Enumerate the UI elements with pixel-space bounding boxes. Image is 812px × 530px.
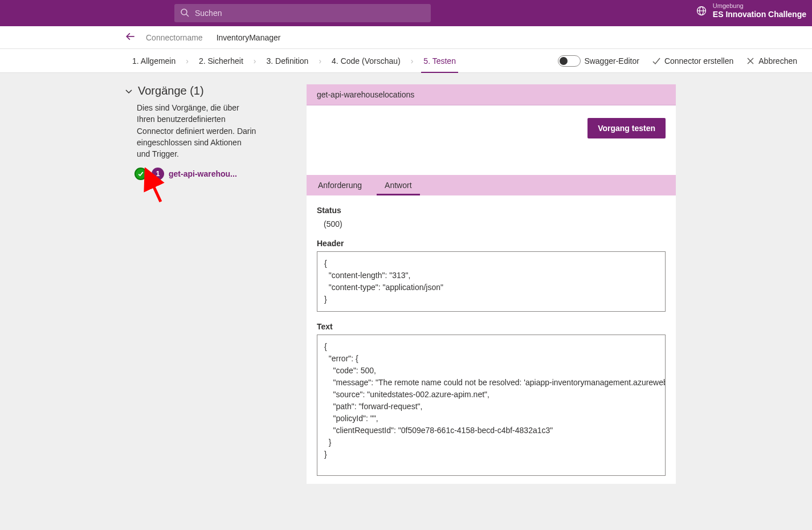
toolbar-right: Swagger-Editor Connector erstellen Abbre… [558, 55, 812, 67]
request-response-tabs: Anforderung Antwort [307, 175, 676, 195]
operations-header[interactable]: Vorgänge (1) [124, 84, 307, 97]
main-content: Vorgänge (1) Dies sind Vorgänge, die übe… [0, 73, 812, 507]
operations-title: Vorgänge (1) [138, 84, 204, 97]
breadcrumb-label: Connectorname [146, 33, 203, 42]
wizard-step-security[interactable]: 2. Sicherheit [191, 49, 251, 73]
cancel-button[interactable]: Abbrechen [746, 56, 797, 66]
checkmark-icon [652, 56, 661, 66]
header-content-box[interactable]: { "content-length": "313", "content-type… [317, 251, 666, 312]
operation-title-bar: get-api-warehouselocations [307, 84, 676, 105]
chevron-down-icon [124, 87, 133, 96]
environment-label: Umgebung [713, 2, 806, 10]
breadcrumb-bar: Connectorname InventoryManager [0, 26, 812, 49]
wizard-step-test[interactable]: 5. Testen [415, 49, 464, 73]
wizard-step-definition[interactable]: 3. Definition [258, 49, 316, 73]
tab-response[interactable]: Antwort [373, 175, 423, 195]
back-button[interactable] [125, 31, 136, 43]
environment-picker[interactable]: Umgebung ES Innovation Challenge [696, 2, 806, 19]
swagger-toggle[interactable]: Swagger-Editor [558, 55, 639, 67]
operations-description: Dies sind Vorgänge, die über Ihren benut… [137, 102, 256, 160]
status-label: Status [317, 206, 666, 215]
chevron-right-icon: › [409, 56, 416, 66]
close-icon [746, 56, 755, 66]
create-connector-button[interactable]: Connector erstellen [652, 56, 733, 66]
search-input[interactable] [174, 4, 431, 22]
status-value: (500) [324, 219, 666, 229]
wizard-step-general[interactable]: 1. Allgemein [124, 49, 183, 73]
test-action-area: Vorgang testen [307, 105, 676, 151]
operation-test-panel: get-api-warehouselocations Vorgang teste… [307, 84, 676, 484]
tab-request[interactable]: Anforderung [307, 175, 373, 195]
swagger-label: Swagger-Editor [584, 56, 639, 66]
operations-sidebar: Vorgänge (1) Dies sind Vorgänge, die übe… [124, 84, 307, 180]
chevron-right-icon: › [251, 56, 259, 66]
search-container [174, 4, 431, 22]
header-label: Header [317, 239, 666, 248]
text-content-box[interactable]: { "error": { "code": 500, "message": "Th… [317, 335, 666, 476]
environment-name: ES Innovation Challenge [713, 10, 806, 19]
wizard-step-code[interactable]: 4. Code (Vorschau) [324, 49, 409, 73]
success-check-icon [134, 168, 147, 180]
search-icon [180, 8, 189, 19]
svg-point-0 [181, 9, 187, 15]
chevron-right-icon: › [316, 56, 324, 66]
wizard-steps-bar: 1. Allgemein › 2. Sicherheit › 3. Defini… [0, 49, 812, 73]
text-label: Text [317, 322, 666, 331]
response-panel: Anforderung Antwort Status (500) Header … [307, 175, 676, 476]
connector-name: InventoryManager [217, 33, 281, 42]
create-connector-label: Connector erstellen [664, 56, 733, 66]
toggle-switch[interactable] [558, 55, 581, 67]
top-app-bar: Umgebung ES Innovation Challenge [0, 0, 812, 26]
operation-name: get-api-warehou... [169, 169, 237, 178]
chevron-right-icon: › [183, 56, 191, 66]
test-operation-button[interactable]: Vorgang testen [587, 118, 666, 138]
globe-icon [696, 5, 707, 17]
operation-number-badge: 1 [152, 168, 164, 180]
cancel-label: Abbrechen [758, 56, 797, 66]
svg-line-1 [186, 14, 189, 17]
operation-item[interactable]: 1 get-api-warehou... [134, 168, 307, 180]
